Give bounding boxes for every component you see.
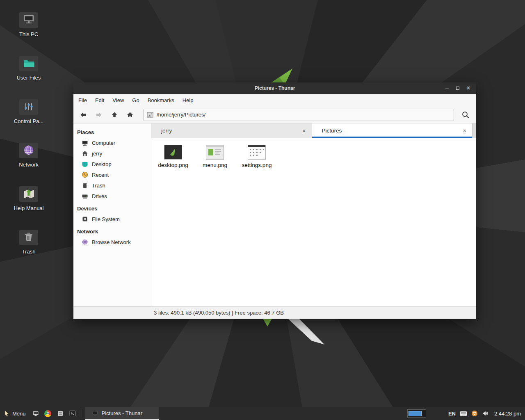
disk-icon bbox=[82, 216, 88, 222]
taskbar: Menu Pictures - Thunar EN bbox=[0, 407, 525, 420]
tab-label: Pictures bbox=[322, 128, 342, 134]
keyboard-icon[interactable] bbox=[460, 411, 467, 416]
home-button[interactable] bbox=[124, 109, 136, 121]
pager-window bbox=[409, 411, 422, 416]
browser-icon bbox=[44, 410, 51, 417]
map-icon bbox=[19, 186, 38, 202]
desktop-icon-this-pc[interactable]: This PC bbox=[6, 12, 51, 37]
tab-close-icon[interactable]: × bbox=[457, 127, 472, 134]
minimize-button[interactable]: – bbox=[442, 82, 452, 94]
path-bar[interactable]: /home/jerry/Pictures/ bbox=[143, 109, 454, 121]
forward-button[interactable] bbox=[93, 109, 105, 121]
network-globe-icon bbox=[82, 239, 88, 245]
keyboard-layout-indicator[interactable]: EN bbox=[448, 411, 456, 417]
sidebar-item-desktop[interactable]: Desktop bbox=[73, 159, 151, 169]
menu-button[interactable]: Menu bbox=[0, 407, 30, 420]
tray-update-icon[interactable] bbox=[471, 410, 478, 417]
menu-edit[interactable]: Edit bbox=[91, 96, 108, 105]
desktop-icon-label: User Files bbox=[6, 75, 51, 81]
thunar-window: Pictures - Thunar – × File Edit View Go … bbox=[73, 82, 476, 319]
trash-icon bbox=[19, 230, 38, 245]
desktop-icon-user-files[interactable]: User Files bbox=[6, 56, 51, 81]
search-button[interactable] bbox=[460, 109, 471, 121]
desktop-icon-network[interactable]: Network bbox=[6, 143, 51, 168]
desktop-icon-trash[interactable]: Trash bbox=[6, 230, 51, 255]
volume-icon[interactable] bbox=[482, 410, 488, 417]
back-icon bbox=[80, 112, 87, 118]
terminal-icon bbox=[69, 410, 76, 417]
desktop-icon-help-manual[interactable]: Help Manual bbox=[6, 186, 51, 211]
window-content: Places Computer jerry Desktop Recent bbox=[73, 123, 476, 306]
back-button[interactable] bbox=[78, 109, 89, 121]
titlebar[interactable]: Pictures - Thunar – × bbox=[73, 82, 476, 94]
file-settings-png[interactable]: settings.png bbox=[236, 141, 278, 168]
menu-help[interactable]: Help bbox=[178, 96, 198, 105]
tab-close-icon[interactable]: × bbox=[297, 127, 312, 134]
folder-icon bbox=[19, 56, 38, 71]
tab-jerry[interactable]: jerry × bbox=[151, 123, 312, 138]
sidebar-section-places: Places bbox=[73, 125, 151, 137]
file-desktop-png[interactable]: desktop.png bbox=[152, 141, 194, 168]
file-name: menu.png bbox=[203, 162, 227, 168]
computer-icon bbox=[82, 139, 88, 146]
sidebar-item-computer[interactable]: Computer bbox=[73, 137, 151, 148]
desktop-icon-label: Network bbox=[6, 162, 51, 168]
clock[interactable]: 2:44:28 pm bbox=[493, 411, 521, 417]
forward-icon bbox=[96, 112, 102, 118]
file-thumbnail bbox=[248, 145, 266, 160]
drive-icon bbox=[82, 193, 88, 199]
close-button[interactable]: × bbox=[463, 82, 474, 94]
file-menu-png[interactable]: menu.png bbox=[194, 141, 236, 168]
up-button[interactable] bbox=[109, 109, 120, 121]
taskbar-tray: EN 2:44:28 pm bbox=[407, 409, 525, 418]
menu-bookmarks[interactable]: Bookmarks bbox=[144, 96, 178, 105]
files-launcher[interactable] bbox=[54, 407, 66, 420]
file-pane: jerry × Pictures × desktop.png bbox=[151, 123, 476, 306]
browser-launcher[interactable] bbox=[42, 407, 54, 420]
sidebar-item-label: Drives bbox=[92, 193, 107, 199]
file-name: settings.png bbox=[242, 162, 272, 168]
menu-file[interactable]: File bbox=[74, 96, 91, 105]
monitor-icon bbox=[32, 410, 39, 417]
sidebar-item-label: Desktop bbox=[92, 161, 112, 167]
sidebar-item-recent[interactable]: Recent bbox=[73, 169, 151, 180]
clock-icon bbox=[82, 171, 88, 178]
file-thumbnail bbox=[206, 145, 224, 160]
up-icon bbox=[111, 112, 118, 118]
file-thumbnail bbox=[164, 145, 182, 160]
status-text: 3 files: 490.1 kB (490,050 bytes) | Free… bbox=[154, 310, 284, 316]
tab-label: jerry bbox=[161, 128, 172, 134]
home-icon bbox=[127, 112, 133, 118]
sidebar-item-browse-network[interactable]: Browse Network bbox=[73, 237, 151, 247]
desktop-icon-control-panel[interactable]: Control Pa... bbox=[6, 99, 51, 124]
terminal-launcher[interactable] bbox=[66, 407, 79, 420]
tab-pictures[interactable]: Pictures × bbox=[312, 123, 473, 138]
menu-go[interactable]: Go bbox=[128, 96, 143, 105]
sidebar-item-label: Browse Network bbox=[92, 239, 131, 245]
thunar-icon bbox=[92, 410, 98, 416]
sidebar-item-label: Trash bbox=[92, 183, 105, 189]
menubar: File Edit View Go Bookmarks Help bbox=[73, 94, 476, 106]
sidebar-item-label: jerry bbox=[92, 151, 102, 157]
file-view[interactable]: desktop.png menu.png settings.png bbox=[151, 138, 476, 306]
sidebar-item-home[interactable]: jerry bbox=[73, 148, 151, 159]
desktop-icon-grid: This PC User Files Control Pa... Network bbox=[6, 12, 51, 273]
sidebar: Places Computer jerry Desktop Recent bbox=[73, 123, 151, 306]
browser-icon-center bbox=[47, 412, 49, 415]
task-button-thunar[interactable]: Pictures - Thunar bbox=[85, 407, 159, 420]
taskbar-separator bbox=[82, 410, 82, 417]
workspace-pager[interactable] bbox=[407, 409, 426, 418]
search-icon bbox=[461, 111, 470, 119]
tab-bar: jerry × Pictures × bbox=[151, 123, 476, 138]
sidebar-item-file-system[interactable]: File System bbox=[73, 214, 151, 224]
sidebar-section-devices: Devices bbox=[73, 201, 151, 214]
sidebar-item-trash[interactable]: Trash bbox=[73, 180, 151, 191]
sidebar-item-label: File System bbox=[92, 216, 120, 222]
sidebar-item-label: Recent bbox=[92, 172, 109, 178]
menu-view[interactable]: View bbox=[108, 96, 128, 105]
maximize-button[interactable] bbox=[452, 82, 463, 94]
file-name: desktop.png bbox=[158, 162, 188, 168]
sidebar-item-drives[interactable]: Drives bbox=[73, 191, 151, 201]
show-desktop-button[interactable] bbox=[30, 407, 42, 420]
sliders-icon bbox=[19, 99, 38, 115]
